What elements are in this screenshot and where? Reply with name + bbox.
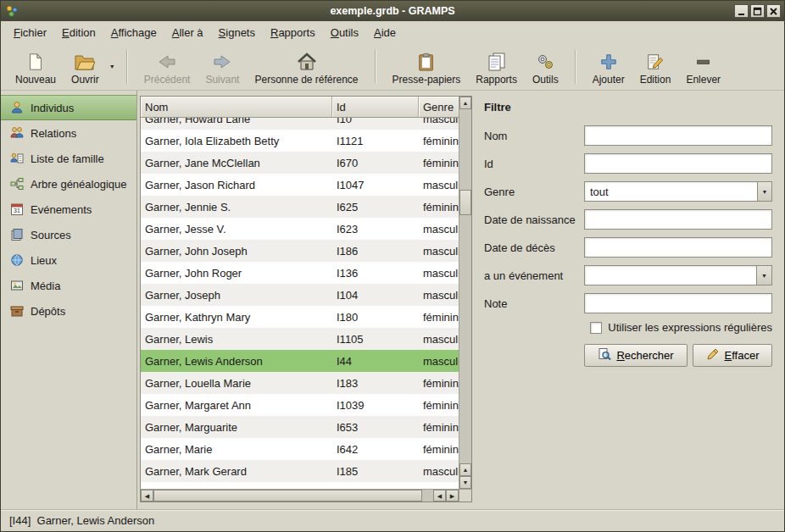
chevron-down-icon[interactable]: ▼	[757, 182, 771, 201]
table-row[interactable]: Garner, MarieI642féminin	[141, 438, 459, 460]
minimize-icon	[737, 7, 746, 16]
clear-button[interactable]: Effacer	[693, 344, 772, 367]
person-gender: féminin	[419, 201, 459, 213]
table-row[interactable]: Garner, Jane McClellanI670féminin	[141, 152, 459, 174]
scroll-left-button-right[interactable]: ◀	[433, 490, 446, 502]
remove-button[interactable]: Enlever	[678, 46, 728, 88]
sidebar-item-label: Sources	[31, 229, 71, 241]
minimize-button[interactable]	[734, 4, 749, 18]
clipboard-button[interactable]: Presse-papiers	[385, 46, 469, 88]
sidebar-item-individus[interactable]: Individus	[1, 95, 136, 120]
vertical-scrollbar[interactable]: ▲ ▲ ▼	[459, 97, 471, 489]
edit-button[interactable]: Edition	[632, 46, 679, 88]
filter-panel: Filtre Nom Id Genre tout ▼ Date de naiss…	[474, 91, 784, 509]
filter-death-input[interactable]	[584, 237, 772, 258]
scroll-left-button[interactable]: ◀	[141, 490, 153, 502]
media-icon	[9, 279, 24, 292]
sidebar-item-liste-de-famille[interactable]: Liste de famille	[1, 146, 136, 171]
tools-button-label: Outils	[532, 74, 559, 86]
filter-id-input[interactable]	[584, 153, 772, 174]
menu-fichier[interactable]: Fichier	[6, 23, 54, 42]
vertical-scrollbar-trough[interactable]	[459, 109, 471, 463]
horizontal-scrollbar[interactable]: ◀ ◀ ▶	[141, 490, 459, 502]
table-row[interactable]: Garner, John RogerI136masculin	[141, 262, 459, 284]
table-row[interactable]: Garner, LewisI1105masculin	[141, 328, 459, 350]
person-id: I185	[332, 465, 419, 478]
people-list: Nom Id Genre Garner, Howard LaneI10mascu…	[140, 96, 472, 502]
horizontal-scrollbar-thumb[interactable]	[153, 490, 422, 502]
table-row[interactable]: Garner, Kathryn MaryI180féminin	[141, 306, 459, 328]
table-row[interactable]: Garner, Margaret AnnI1039féminin	[141, 394, 459, 416]
filter-birth-input[interactable]	[584, 209, 772, 230]
menu-aller-a[interactable]: Aller à	[164, 23, 211, 42]
menu-rapports[interactable]: Rapports	[263, 23, 323, 42]
table-row[interactable]: Garner, John JosephI186masculin	[141, 240, 459, 262]
search-button[interactable]: Rechercher	[584, 344, 688, 367]
open-button-label: Ouvrir	[71, 74, 99, 86]
horizontal-scrollbar-trough[interactable]	[153, 490, 433, 502]
table-row[interactable]: Garner, Jennie S.I625féminin	[141, 196, 459, 218]
sidebar-item-relations[interactable]: Relations	[1, 120, 136, 146]
scroll-down-button[interactable]: ▼	[459, 476, 471, 489]
forward-button[interactable]: Suivant	[198, 46, 247, 88]
menu-outils[interactable]: Outils	[323, 23, 366, 42]
tools-button[interactable]: Outils	[525, 46, 566, 88]
sidebar-item-lieux[interactable]: Lieux	[1, 247, 136, 273]
add-button[interactable]: Ajouter	[585, 46, 632, 88]
chevron-down-icon[interactable]: ▼	[757, 265, 772, 285]
person-gender: masculin	[419, 333, 459, 346]
reports-icon	[487, 49, 507, 72]
table-row[interactable]: Garner, Jason RichardI1047masculin	[141, 174, 459, 196]
menu-aide[interactable]: Aide	[366, 23, 404, 42]
open-dropdown-arrow[interactable]: ▼	[107, 46, 118, 88]
scroll-right-button[interactable]: ▶	[446, 490, 459, 502]
sidebar-item-sources[interactable]: Sources	[1, 222, 136, 247]
table-row[interactable]: Garner, Iola Elizabeth BettyI1121féminin	[141, 130, 459, 152]
gramps-app-icon	[4, 3, 19, 19]
filter-note-input[interactable]	[584, 293, 772, 313]
sidebar-item-depots[interactable]: Dépôts	[1, 298, 136, 324]
vertical-scrollbar-thumb[interactable]	[459, 190, 471, 215]
table-row[interactable]: Garner, Louella MarieI183féminin	[141, 372, 459, 394]
filter-gender-label: Genre	[484, 186, 584, 198]
table-row[interactable]: Garner, Mark GerardI185masculin	[141, 460, 459, 482]
back-button[interactable]: Précédent	[136, 46, 198, 88]
table-row[interactable]: Garner, JosephI104masculin	[141, 284, 459, 306]
sidebar-item-media[interactable]: Média	[1, 273, 136, 298]
person-name: Garner, Lewis Anderson	[141, 355, 332, 368]
table-row[interactable]: Garner, Lewis AndersonI44masculin	[141, 350, 459, 372]
person-name: Garner, Kathryn Mary	[141, 311, 332, 324]
scroll-up-button[interactable]: ▲	[459, 97, 471, 109]
filter-event-input[interactable]	[584, 265, 757, 285]
person-id: I625	[332, 201, 419, 213]
column-header-id[interactable]: Id	[332, 97, 419, 118]
add-button-label: Ajouter	[593, 74, 625, 86]
person-name: Garner, Jane McClellan	[141, 157, 332, 169]
close-button[interactable]	[766, 4, 781, 18]
person-gender: masculin	[419, 118, 459, 125]
maximize-button[interactable]	[750, 4, 765, 18]
new-button[interactable]: Nouveau	[8, 46, 64, 88]
window-title: exemple.grdb - GRAMPS	[1, 5, 784, 17]
family-list-icon	[9, 152, 24, 165]
table-row[interactable]: Garner, Howard LaneI10masculin	[141, 118, 459, 130]
table-row[interactable]: Garner, MarguariteI653féminin	[141, 416, 459, 438]
person-gender: féminin	[419, 443, 459, 456]
home-person-button[interactable]: Personne de référence	[247, 46, 365, 88]
reports-button[interactable]: Rapports	[468, 46, 525, 88]
filter-name-input[interactable]	[584, 125, 772, 146]
sidebar-item-label: Relations	[31, 127, 76, 140]
menu-affichage[interactable]: Affichage	[103, 23, 164, 42]
sidebar-item-evenements[interactable]: 31 Evénements	[1, 197, 136, 222]
regex-checkbox[interactable]	[590, 322, 602, 334]
menu-signets[interactable]: Signets	[211, 23, 263, 42]
filter-gender-select[interactable]: tout ▼	[584, 181, 772, 202]
open-button[interactable]: Ouvrir	[64, 46, 107, 88]
column-header-genre[interactable]: Genre	[419, 97, 459, 118]
table-row[interactable]: Garner, Jesse V.I623masculin	[141, 218, 459, 240]
column-header-nom[interactable]: Nom	[141, 97, 332, 118]
filter-name-label: Nom	[484, 130, 584, 142]
scroll-up-button-bottom[interactable]: ▲	[459, 463, 471, 476]
sidebar-item-arbre-genealogique[interactable]: Arbre généalogique	[1, 171, 136, 197]
menu-edition[interactable]: Edition	[54, 23, 103, 42]
